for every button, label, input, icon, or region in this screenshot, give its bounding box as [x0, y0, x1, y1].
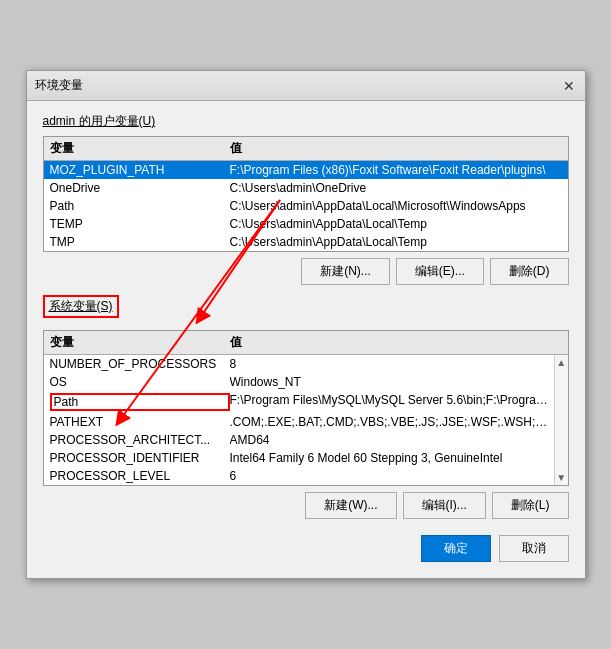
user-edit-button[interactable]: 编辑(E)...	[396, 258, 484, 285]
dialog-title: 环境变量	[35, 77, 83, 94]
table-row[interactable]: PATHEXT.COM;.EXE;.BAT;.CMD;.VBS;.VBE;.JS…	[44, 413, 554, 431]
val-cell: C:\Users\admin\AppData\Local\Temp	[230, 217, 562, 231]
var-cell: Path	[50, 393, 230, 411]
ok-button[interactable]: 确定	[421, 535, 491, 562]
val-cell: 8	[230, 357, 548, 371]
val-cell: F:\Program Files (x86)\Foxit Software\Fo…	[230, 163, 562, 177]
val-cell: C:\Users\admin\AppData\Local\Microsoft\W…	[230, 199, 562, 213]
sys-header-var: 变量	[50, 334, 230, 351]
var-cell: NUMBER_OF_PROCESSORS	[50, 357, 230, 371]
sys-edit-button[interactable]: 编辑(I)...	[403, 492, 486, 519]
var-cell: OS	[50, 375, 230, 389]
table-row[interactable]: PathF:\Program Files\MySQL\MySQL Server …	[44, 391, 554, 413]
val-cell: C:\Users\admin\AppData\Local\Temp	[230, 235, 562, 249]
sys-header-val: 值	[230, 334, 548, 351]
user-table-scroll[interactable]: MOZ_PLUGIN_PATHF:\Program Files (x86)\Fo…	[44, 161, 568, 251]
val-cell: AMD64	[230, 433, 548, 447]
system-section-label: 系统变量(S)	[43, 295, 119, 318]
val-cell: .COM;.EXE;.BAT;.CMD;.VBS;.VBE;.JS;.JSE;.…	[230, 415, 548, 429]
table-row[interactable]: PROCESSOR_ARCHITECT...AMD64	[44, 431, 554, 449]
user-btn-row: 新建(N)... 编辑(E)... 删除(D)	[43, 258, 569, 285]
user-header-val: 值	[230, 140, 562, 157]
cancel-button[interactable]: 取消	[499, 535, 569, 562]
var-cell: OneDrive	[50, 181, 230, 195]
var-cell: TMP	[50, 235, 230, 249]
table-row[interactable]: NUMBER_OF_PROCESSORS8	[44, 355, 554, 373]
table-row[interactable]: MOZ_PLUGIN_PATHF:\Program Files (x86)\Fo…	[44, 161, 568, 179]
user-new-button[interactable]: 新建(N)...	[301, 258, 390, 285]
val-cell: 6	[230, 469, 548, 483]
table-row[interactable]: TEMPC:\Users\admin\AppData\Local\Temp	[44, 215, 568, 233]
close-button[interactable]: ✕	[561, 79, 577, 93]
sys-table-area: NUMBER_OF_PROCESSORS8OSWindows_NTPathF:\…	[44, 355, 568, 485]
table-row[interactable]: OneDriveC:\Users\admin\OneDrive	[44, 179, 568, 197]
var-cell: MOZ_PLUGIN_PATH	[50, 163, 230, 177]
sys-table-scroll[interactable]: NUMBER_OF_PROCESSORS8OSWindows_NTPathF:\…	[44, 355, 554, 485]
sys-table-header: 变量 值	[44, 331, 568, 355]
dialog-body: admin 的用户变量(U) 变量 值 MOZ_PLUGIN_PATHF:\Pr…	[27, 101, 585, 578]
var-cell: PROCESSOR_ARCHITECT...	[50, 433, 230, 447]
user-section-label: admin 的用户变量(U)	[43, 113, 569, 130]
table-row[interactable]: PROCESSOR_LEVEL6	[44, 467, 554, 485]
sys-delete-button[interactable]: 删除(L)	[492, 492, 569, 519]
var-cell: Path	[50, 199, 230, 213]
scrollbar[interactable]: ▲ ▼	[554, 355, 568, 485]
val-cell: Windows_NT	[230, 375, 548, 389]
system-variables-section: 系统变量(S) 变量 值 NUMBER_OF_PROCESSORS8OSWind…	[43, 295, 569, 519]
var-cell: TEMP	[50, 217, 230, 231]
table-row[interactable]: TMPC:\Users\admin\AppData\Local\Temp	[44, 233, 568, 251]
user-delete-button[interactable]: 删除(D)	[490, 258, 569, 285]
var-cell: PROCESSOR_LEVEL	[50, 469, 230, 483]
user-header-var: 变量	[50, 140, 230, 157]
bottom-btn-row: 确定 取消	[43, 529, 569, 566]
system-variables-table: 变量 值 NUMBER_OF_PROCESSORS8OSWindows_NTPa…	[43, 330, 569, 486]
sys-new-button[interactable]: 新建(W)...	[305, 492, 396, 519]
user-table-header: 变量 值	[44, 137, 568, 161]
user-variables-section: admin 的用户变量(U) 变量 值 MOZ_PLUGIN_PATHF:\Pr…	[43, 113, 569, 285]
table-row[interactable]: OSWindows_NT	[44, 373, 554, 391]
environment-variables-dialog: 环境变量 ✕ admin 的用户变量(U) 变量 值 MOZ_PLUGIN_PA…	[26, 70, 586, 579]
table-row[interactable]: PathC:\Users\admin\AppData\Local\Microso…	[44, 197, 568, 215]
title-bar: 环境变量 ✕	[27, 71, 585, 101]
var-cell: PATHEXT	[50, 415, 230, 429]
sys-btn-row: 新建(W)... 编辑(I)... 删除(L)	[43, 492, 569, 519]
table-row[interactable]: PROCESSOR_IDENTIFIERIntel64 Family 6 Mod…	[44, 449, 554, 467]
val-cell: Intel64 Family 6 Model 60 Stepping 3, Ge…	[230, 451, 548, 465]
val-cell: C:\Users\admin\OneDrive	[230, 181, 562, 195]
val-cell: F:\Program Files\MySQL\MySQL Server 5.6\…	[230, 393, 548, 411]
user-variables-table: 变量 值 MOZ_PLUGIN_PATHF:\Program Files (x8…	[43, 136, 569, 252]
var-cell: PROCESSOR_IDENTIFIER	[50, 451, 230, 465]
